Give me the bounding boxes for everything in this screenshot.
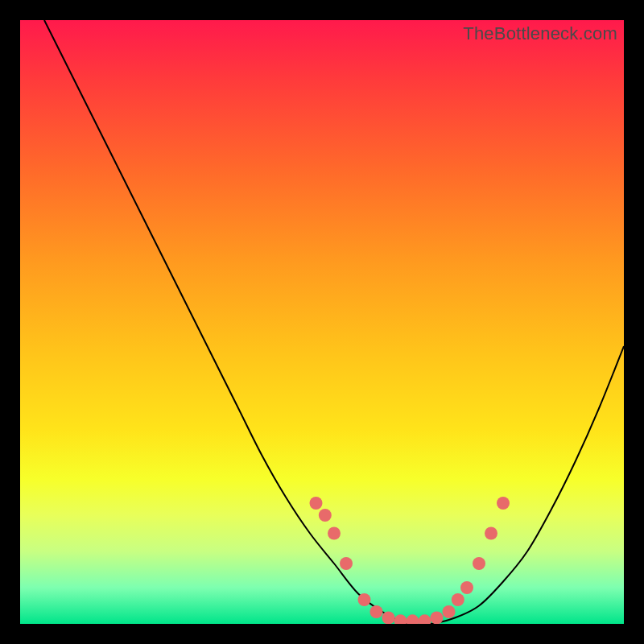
highlight-marker: [485, 527, 497, 540]
highlight-marker: [382, 612, 395, 625]
bottleneck-curve: [20, 20, 624, 624]
chart-frame: TheBottleneck.com: [0, 0, 644, 644]
highlight-marker: [407, 614, 419, 624]
highlight-marker: [340, 557, 353, 570]
highlight-marker: [310, 497, 323, 510]
highlight-marker: [460, 581, 473, 594]
highlight-marker: [394, 614, 407, 624]
highlight-marker: [473, 557, 485, 570]
plot-area: TheBottleneck.com: [20, 20, 624, 624]
highlight-marker: [319, 509, 332, 522]
highlight-marker: [431, 612, 444, 625]
highlight-marker: [497, 497, 510, 510]
highlight-marker: [370, 605, 383, 618]
highlight-marker: [358, 593, 371, 606]
highlight-marker: [443, 605, 456, 618]
highlight-marker: [328, 527, 341, 540]
highlight-marker: [419, 614, 431, 624]
highlight-marker: [452, 593, 464, 606]
